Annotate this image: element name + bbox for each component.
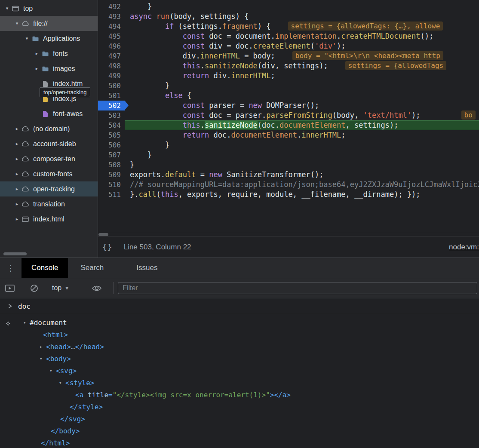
line-number-511[interactable]: 511 xyxy=(98,190,125,199)
dom-node-head[interactable]: ▸<head>…</head> xyxy=(0,341,479,353)
code-line-text[interactable]: div.innerHTML = body;body = "<html>\r\n … xyxy=(125,51,479,61)
line-number-492[interactable]: 492 xyxy=(98,2,125,12)
dom-node-document[interactable]: ▾#document xyxy=(0,317,479,329)
code-line-text[interactable]: else { xyxy=(125,91,479,101)
chevron-right-icon[interactable]: ▸ xyxy=(33,66,40,71)
chevron-right-icon[interactable]: ▸ xyxy=(13,126,21,132)
sidebar-item-file[interactable]: ▾file:// xyxy=(0,16,98,31)
code-token: (div, settings); xyxy=(258,61,328,70)
code-line-text[interactable]: const doc = parser.parseFromString(body,… xyxy=(125,110,479,120)
line-number-500[interactable]: 500 xyxy=(98,81,125,91)
line-number-504[interactable]: 504 xyxy=(98,120,125,130)
live-expression-eye-icon[interactable] xyxy=(92,285,102,292)
chevron-down-icon[interactable]: ▾ xyxy=(40,353,46,365)
line-number-493[interactable]: 493 xyxy=(98,12,125,21)
dom-node-html[interactable]: </html> xyxy=(0,437,479,448)
line-number-510[interactable]: 510 xyxy=(98,180,125,190)
sidebar-item-account-sideb[interactable]: ▸account-sideb xyxy=(0,136,98,151)
tab-issues[interactable]: Issues xyxy=(126,258,167,278)
code-line-text[interactable]: if (settings.fragment) {settings = {allo… xyxy=(125,21,479,31)
chevron-down-icon[interactable]: ▾ xyxy=(49,365,56,377)
sidebar-item-translation[interactable]: ▸translation xyxy=(0,196,98,212)
code-line-text[interactable]: async run(body, settings) { xyxy=(125,12,479,21)
line-number-501[interactable]: 501 xyxy=(98,91,125,101)
line-number-507[interactable]: 507 xyxy=(98,150,125,160)
code-line-509: 509exports.default = new SanitizeTransfo… xyxy=(98,170,479,180)
chevron-down-icon[interactable]: ▾ xyxy=(23,36,31,41)
chevron-down-icon[interactable]: ▾ xyxy=(13,21,21,26)
editor-hscrollbar[interactable] xyxy=(98,232,479,236)
code-line-text[interactable]: exports.default = new SanitizeTransforme… xyxy=(125,170,479,180)
line-number-505[interactable]: 505 xyxy=(98,130,125,140)
context-selector[interactable]: top ▼ xyxy=(52,284,69,292)
sidebar-item-index-html[interactable]: ▸index.html xyxy=(0,212,98,227)
sidebar-item-applications[interactable]: ▾Applications xyxy=(0,31,98,46)
code-line-text[interactable]: this.sanitizeNode(div, settings);setting… xyxy=(125,61,479,71)
code-line-text[interactable]: } xyxy=(125,140,479,150)
sidebar-item-custom-fonts[interactable]: ▸custom-fonts xyxy=(0,166,98,181)
dom-node-svg[interactable]: </svg> xyxy=(0,413,479,425)
tab-search[interactable]: Search xyxy=(71,258,114,278)
sidebar-item-no-domain[interactable]: ▸(no domain) xyxy=(0,121,98,136)
filter-input[interactable] xyxy=(118,282,477,294)
line-number-495[interactable]: 495 xyxy=(98,31,125,41)
line-number-508[interactable]: 508 xyxy=(98,160,125,170)
clear-console-icon[interactable] xyxy=(30,284,38,292)
chevron-down-icon[interactable]: ▾ xyxy=(59,377,65,389)
chevron-down-icon[interactable]: ▾ xyxy=(23,317,30,329)
code-line-text[interactable]: } xyxy=(125,81,479,91)
chevron-right-icon[interactable]: ▸ xyxy=(13,186,21,192)
chevron-right-icon[interactable]: ▸ xyxy=(13,216,21,222)
chevron-right-icon[interactable]: ▸ xyxy=(13,201,21,207)
dom-node-html[interactable]: <html> xyxy=(0,329,479,341)
tab-console[interactable]: Console xyxy=(21,258,68,278)
dom-node-a[interactable]: <a title="</style><img src=x onerror=ale… xyxy=(0,389,479,401)
console-input-row[interactable]: doc xyxy=(0,298,479,314)
chevron-down-icon[interactable]: ▾ xyxy=(3,6,11,11)
dom-node-style[interactable]: </style> xyxy=(0,401,479,413)
line-number-496[interactable]: 496 xyxy=(98,41,125,51)
sidebar-item-font-awes[interactable]: font-awes xyxy=(0,106,98,121)
line-number-494[interactable]: 494 xyxy=(98,21,125,31)
dom-node-style[interactable]: ▾<style> xyxy=(0,377,479,389)
sidebar-hscrollbar[interactable] xyxy=(3,252,27,255)
editor-hscrollbar-thumb[interactable] xyxy=(98,233,108,236)
sidebar-item-composer-ten[interactable]: ▸composer-ten xyxy=(0,151,98,166)
code-line-text[interactable]: } xyxy=(125,160,479,170)
code-line-text[interactable]: const div = doc.createElement('div'); xyxy=(125,41,479,51)
code-line-text[interactable]: this.sanitizeNode(doc.documentElement, s… xyxy=(125,120,479,130)
code-line-text[interactable]: } xyxy=(125,150,479,160)
chevron-right-icon[interactable]: ▸ xyxy=(40,341,46,353)
line-number-499[interactable]: 499 xyxy=(98,71,125,81)
dom-node-body[interactable]: </body> xyxy=(0,425,479,437)
drawer-menu-icon[interactable]: ⋮ xyxy=(0,258,21,278)
line-number-506[interactable]: 506 xyxy=(98,140,125,150)
line-number-509[interactable]: 509 xyxy=(98,170,125,180)
code-line-text[interactable]: }.call(this, exports, require, module, _… xyxy=(125,190,479,199)
line-number-503[interactable]: 503 xyxy=(98,110,125,120)
chevron-right-icon[interactable]: ▸ xyxy=(13,141,21,147)
sidebar-item-images[interactable]: ▸images xyxy=(0,61,98,76)
chevron-right-icon[interactable]: ▸ xyxy=(13,171,21,177)
sidebar-item-open-tracking[interactable]: ▸open-tracking xyxy=(0,181,98,196)
code-line-text[interactable]: return div.innerHTML; xyxy=(125,71,479,81)
code-line-text[interactable]: const parser = new DOMParser(); xyxy=(125,101,479,110)
dom-node-body[interactable]: ▾<body> xyxy=(0,353,479,365)
code-line-text[interactable]: //# sourceMappingURL=data:application/js… xyxy=(125,180,479,190)
dom-node-svg[interactable]: ▾<svg> xyxy=(0,365,479,377)
line-number-498[interactable]: 498 xyxy=(98,61,125,71)
line-number-502[interactable]: 502 xyxy=(98,101,125,110)
line-number-497[interactable]: 497 xyxy=(98,51,125,61)
sidebar-item-fonts[interactable]: ▸fonts xyxy=(0,46,98,61)
code-token xyxy=(130,121,183,129)
pretty-print-icon[interactable]: {} xyxy=(102,242,113,252)
source-mapped-link[interactable]: node:vm: xyxy=(449,243,479,252)
show-console-sidebar-icon[interactable] xyxy=(5,285,15,292)
code-line-510: 510//# sourceMappingURL=data:application… xyxy=(98,180,479,190)
code-line-text[interactable]: } xyxy=(125,2,479,12)
code-line-text[interactable]: return doc.documentElement.innerHTML; xyxy=(125,130,479,140)
sidebar-item-top[interactable]: ▾top xyxy=(0,1,98,16)
code-line-text[interactable]: const doc = document.implementation.crea… xyxy=(125,31,479,41)
chevron-right-icon[interactable]: ▸ xyxy=(13,156,21,162)
chevron-right-icon[interactable]: ▸ xyxy=(33,51,40,56)
